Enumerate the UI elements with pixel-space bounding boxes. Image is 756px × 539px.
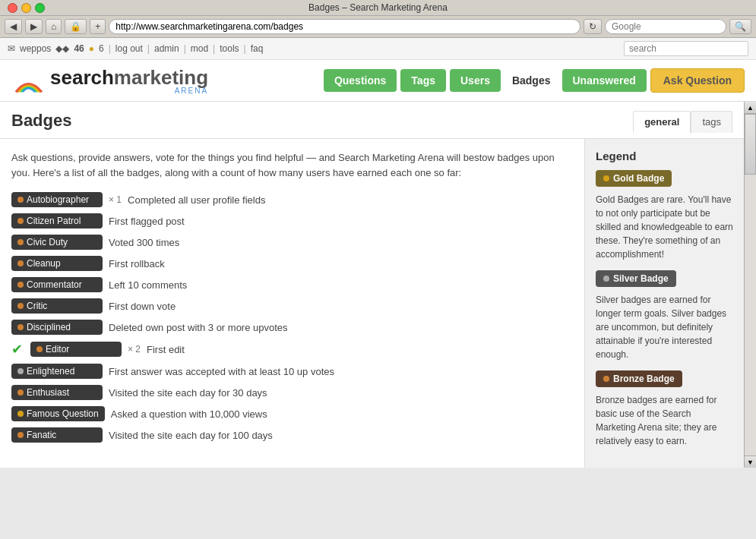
envelope-icon: ✉	[8, 43, 15, 54]
badge-desc-famous-question: Asked a question with 10,000 views	[111, 408, 267, 420]
bronze-dot-legend	[603, 376, 609, 382]
utility-bar: ✉ weppos ◆◆ 46 ● 6 | log out | admin | m…	[0, 38, 756, 60]
badge-row-enlightened: Enlightened First answer was accepted wi…	[11, 364, 573, 379]
earned-checkmark-editor: ✔	[11, 341, 23, 358]
logo-marketing-text: marketing	[114, 66, 208, 89]
faq-link[interactable]: faq	[251, 43, 264, 54]
badge-tag-citizen-patrol[interactable]: Citizen Patrol	[11, 213, 103, 229]
logo-area: searchmarketing ARENA	[11, 66, 208, 95]
page-body: Badges general tags Ask questions, provi…	[0, 102, 744, 468]
badge-desc-critic: First down vote	[109, 301, 176, 312]
close-button[interactable]	[8, 3, 17, 13]
logo-rainbow	[11, 74, 46, 93]
logo-text: searchmarketing ARENA	[50, 66, 208, 95]
unanswered-nav-button[interactable]: Unanswered	[562, 69, 647, 92]
badge-row-civic-duty: Civic Duty Voted 300 times	[11, 235, 573, 250]
badge-row-famous-question: Famous Question Asked a question with 10…	[11, 406, 573, 421]
back-button[interactable]: ◀	[5, 19, 22, 34]
scroll-up-button[interactable]: ▲	[745, 102, 756, 114]
badge-tag-disciplined[interactable]: Disciplined	[11, 320, 103, 335]
badge-tag-editor[interactable]: Editor	[30, 342, 122, 357]
legend-section: Legend Gold Badge Gold Badges are rare. …	[584, 139, 744, 468]
tab-general[interactable]: general	[633, 111, 691, 133]
ask-question-button[interactable]: Ask Question	[650, 68, 745, 93]
badge-desc-fanatic: Visited the site each day for 100 days	[109, 430, 273, 441]
badge-desc-cleanup: First rollback	[109, 258, 165, 270]
silver-badge-label: Silver Badge	[613, 273, 669, 284]
dot-count: 6	[99, 43, 104, 54]
bronze-badge-desc: Bronze badges are earned for basic use o…	[596, 393, 733, 448]
badge-dot-critic	[17, 303, 24, 309]
window-title: Badges – Search Marketing Arena	[308, 2, 448, 13]
gold-dot-legend	[603, 175, 609, 181]
gold-badge-label: Gold Badge	[613, 173, 664, 184]
badge-dot-citizen-patrol	[17, 218, 24, 224]
url-input[interactable]	[109, 19, 580, 34]
badge-tag-critic[interactable]: Critic	[11, 298, 103, 314]
minimize-button[interactable]	[21, 3, 31, 13]
badge-dot-commentator	[17, 282, 24, 288]
badge-tag-fanatic[interactable]: Fanatic	[11, 427, 103, 443]
badge-desc-civic-duty: Voted 300 times	[109, 237, 179, 248]
main-header: searchmarketing ARENA Questions Tags Use…	[0, 60, 756, 102]
username: weppos	[20, 43, 51, 54]
utility-search	[624, 41, 748, 56]
badge-desc-autobiographer: Completed all user profile fields	[128, 194, 265, 206]
scroll-down-button[interactable]: ▼	[745, 455, 756, 468]
scroll-thumb[interactable]	[745, 114, 756, 175]
site-search-input[interactable]	[624, 41, 748, 56]
badge-tag-enthusiast[interactable]: Enthusiast	[11, 385, 103, 400]
logout-link[interactable]: log out	[115, 43, 143, 54]
badge-row-enthusiast: Enthusiast Visited the site each day for…	[11, 385, 573, 400]
silver-dot-legend	[603, 276, 609, 282]
badge-dot-famous-question	[17, 411, 24, 417]
outer-wrapper: Badges general tags Ask questions, provi…	[0, 102, 756, 468]
diamond-icons: ◆◆	[55, 43, 69, 54]
badges-section: Ask questions, provide answers, vote for…	[0, 139, 584, 468]
tab-tags[interactable]: tags	[691, 111, 732, 133]
badge-row-citizen-patrol: Citizen Patrol First flagged post	[11, 213, 573, 229]
badge-row-editor: ✔ Editor × 2 First edit	[11, 341, 573, 358]
browser-search-button[interactable]: 🔍	[729, 19, 751, 34]
badge-dot-enthusiast	[17, 389, 24, 396]
questions-nav-button[interactable]: Questions	[324, 69, 397, 92]
badge-tag-famous-question[interactable]: Famous Question	[11, 406, 105, 421]
maximize-button[interactable]	[35, 3, 45, 13]
badge-dot-enlightened	[17, 368, 24, 374]
badge-row-disciplined: Disciplined Deleted own post with 3 or m…	[11, 320, 573, 335]
bronze-badge-legend: Bronze Badge	[596, 370, 682, 387]
badge-dot-disciplined	[17, 324, 24, 330]
dot-gold-indicator: ●	[89, 43, 94, 54]
badge-tag-cleanup[interactable]: Cleanup	[11, 256, 103, 271]
mod-link[interactable]: mod	[191, 43, 208, 54]
refresh-button[interactable]: ↻	[584, 19, 602, 34]
badge-dot-editor	[36, 346, 43, 352]
admin-link[interactable]: admin	[154, 43, 179, 54]
badge-count-autobiographer: × 1	[109, 194, 122, 205]
badge-tag-enlightened[interactable]: Enlightened	[11, 364, 103, 379]
tools-link[interactable]: tools	[220, 43, 239, 54]
badge-desc-enthusiast: Visited the site each day for 30 days	[109, 387, 267, 399]
badge-row-critic: Critic First down vote	[11, 298, 573, 314]
content-wrapper: Badges general tags Ask questions, provi…	[0, 102, 744, 468]
badges-nav-button[interactable]: Badges	[505, 69, 558, 92]
scrollbar[interactable]: ▲ ▼	[744, 102, 756, 468]
browser-search-input[interactable]	[605, 19, 726, 34]
badge-tag-commentator[interactable]: Commentator	[11, 277, 103, 292]
users-nav-button[interactable]: Users	[450, 69, 501, 92]
bronze-badge-label: Bronze Badge	[613, 374, 675, 384]
window-controls[interactable]	[8, 3, 45, 13]
badge-tag-autobiographer[interactable]: Autobiographer	[11, 192, 103, 207]
badge-row-commentator: Commentator Left 10 comments	[11, 277, 573, 292]
main-content: Ask questions, provide answers, vote for…	[0, 139, 744, 468]
badge-tag-civic-duty[interactable]: Civic Duty	[11, 235, 103, 250]
intro-text: Ask questions, provide answers, vote for…	[11, 150, 573, 180]
forward-button[interactable]: ▶	[25, 19, 43, 34]
sep1: |	[109, 43, 111, 54]
scroll-track[interactable]	[745, 114, 756, 455]
lock-icon[interactable]: 🔒	[65, 19, 87, 34]
badge-desc-enlightened: First answer was accepted with at least …	[109, 366, 334, 377]
add-tab-button[interactable]: +	[90, 19, 106, 34]
tags-nav-button[interactable]: Tags	[400, 69, 446, 92]
home-button[interactable]: ⌂	[46, 19, 62, 34]
